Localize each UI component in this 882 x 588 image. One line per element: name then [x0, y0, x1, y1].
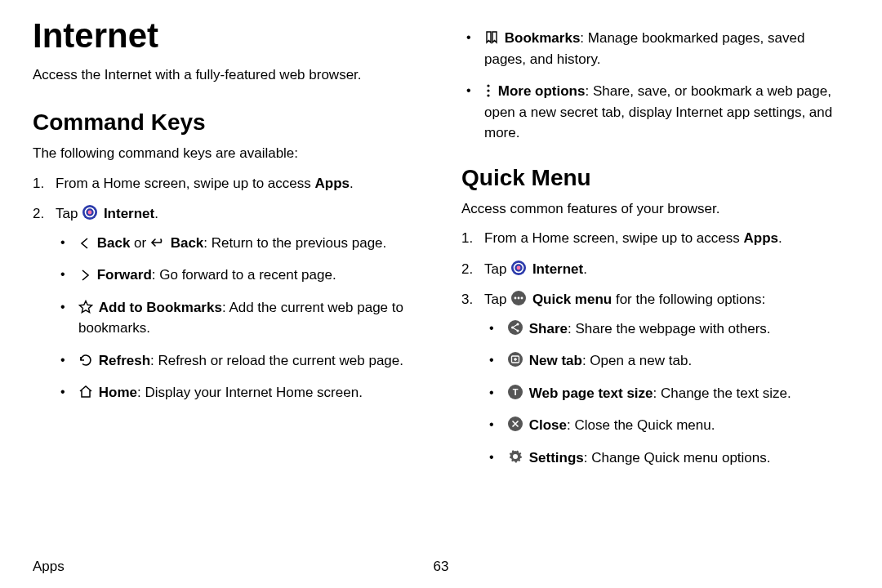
back-chevron-icon	[78, 237, 91, 250]
bullet-text-size: T Web page text size: Change the text si…	[484, 383, 849, 404]
bullet-more-options: More options: Share, save, or bookmark a…	[461, 81, 849, 144]
right-column: Bookmarks: Manage bookmarked pages, save…	[461, 16, 849, 539]
qm-step-1: From a Home screen, swipe up to access A…	[461, 228, 849, 249]
svg-text:T: T	[513, 387, 519, 397]
svg-point-5	[487, 94, 489, 96]
bullet-close: Close: Close the Quick menu.	[484, 415, 849, 436]
quick-menu-icon	[510, 290, 527, 306]
page-title: Internet	[33, 16, 421, 56]
close-icon	[507, 416, 523, 432]
bookmarks-icon	[484, 30, 499, 45]
svg-point-12	[521, 297, 523, 300]
bullet-bookmarks: Bookmarks: Manage bookmarked pages, save…	[461, 28, 849, 69]
home-icon	[78, 385, 93, 399]
qm-step-2: Tap Internet.	[461, 259, 849, 280]
bullet-add-bookmarks: Add to Bookmarks: Add the current web pa…	[56, 297, 421, 339]
svg-point-11	[518, 297, 520, 300]
step-1: From a Home screen, swipe up to access A…	[33, 173, 421, 194]
settings-icon	[507, 448, 523, 465]
svg-point-4	[487, 89, 489, 91]
bullet-back: Back or Back: Return to the previous pag…	[56, 233, 421, 254]
page-footer: Apps 63	[33, 559, 849, 575]
footer-page-number: 63	[434, 559, 449, 575]
svg-point-2	[88, 211, 92, 215]
refresh-icon	[78, 353, 93, 368]
new-tab-icon	[507, 351, 523, 368]
internet-icon	[510, 260, 527, 276]
svg-point-10	[514, 297, 517, 300]
share-icon	[507, 319, 523, 336]
star-icon	[78, 300, 93, 314]
intro-text: Access the Internet with a fully-feature…	[33, 65, 421, 85]
step-2: Tap Internet. Back or Back: Return to th…	[33, 203, 421, 403]
bullet-home: Home: Display your Internet Home screen.	[56, 382, 421, 403]
quick-menu-heading: Quick Menu	[461, 165, 849, 191]
command-keys-bullets: Back or Back: Return to the previous pag…	[56, 233, 421, 403]
svg-point-8	[517, 265, 521, 270]
svg-point-3	[487, 84, 489, 87]
svg-point-13	[508, 320, 523, 335]
internet-icon	[82, 204, 98, 220]
svg-point-22	[513, 454, 518, 459]
left-column: Internet Access the Internet with a full…	[33, 16, 421, 539]
content-columns: Internet Access the Internet with a full…	[33, 16, 849, 539]
quick-menu-steps: From a Home screen, swipe up to access A…	[461, 228, 849, 468]
more-options-icon	[484, 83, 492, 98]
text-size-icon: T	[507, 384, 523, 400]
command-keys-heading: Command Keys	[33, 109, 421, 136]
command-keys-lead: The following command keys are available…	[33, 144, 421, 163]
back-arrow-icon	[150, 237, 165, 250]
quick-menu-lead: Access common features of your browser.	[461, 199, 849, 219]
command-keys-steps: From a Home screen, swipe up to access A…	[33, 173, 421, 403]
bullet-forward: Forward: Go forward to a recent page.	[56, 265, 421, 286]
bullet-new-tab: New tab: Open a new tab.	[484, 350, 849, 372]
forward-chevron-icon	[78, 269, 91, 282]
bullet-share: Share: Share the webpage with others.	[484, 318, 849, 340]
qm-step-3: Tap Quick menu for the following options…	[461, 289, 849, 468]
bullet-refresh: Refresh: Refresh or reload the current w…	[56, 350, 421, 372]
bullet-settings: Settings: Change Quick menu options.	[484, 448, 849, 469]
command-keys-bullets-cont: Bookmarks: Manage bookmarked pages, save…	[461, 28, 849, 144]
quick-menu-bullets: Share: Share the webpage with others. Ne…	[484, 318, 849, 469]
